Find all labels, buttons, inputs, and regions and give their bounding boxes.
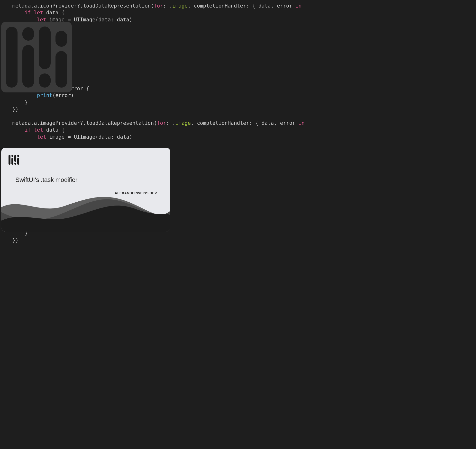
link-preview-card: SwiftUI's .task modifier ALEXANDERWEISS.… [1,148,170,232]
wave-decoration [1,193,170,232]
card-logo-icon [9,155,19,165]
card-title: SwiftUI's .task modifier [15,176,77,184]
app-icon-preview [1,22,72,92]
bars-icon [6,27,67,88]
